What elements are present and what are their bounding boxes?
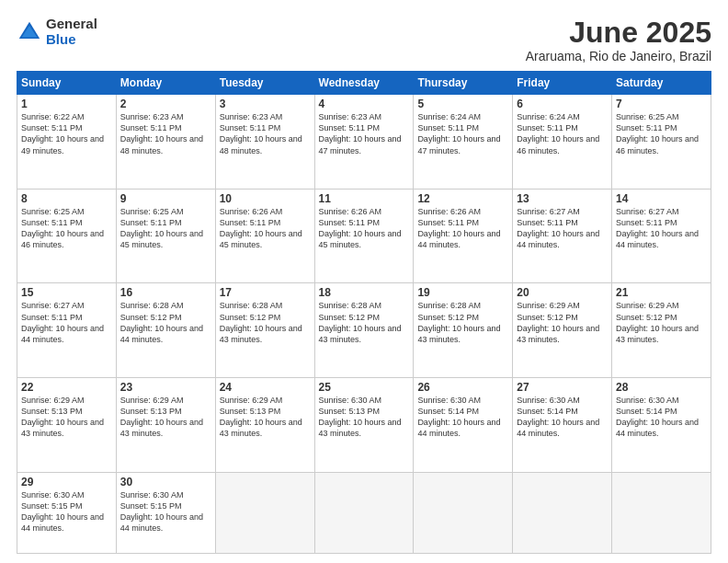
table-row: 30Sunrise: 6:30 AMSunset: 5:15 PMDayligh… <box>116 472 215 553</box>
day-number: 26 <box>417 381 508 394</box>
day-info: Sunrise: 6:24 AMSunset: 5:11 PMDaylight:… <box>517 111 608 156</box>
table-row: 9Sunrise: 6:25 AMSunset: 5:11 PMDaylight… <box>116 189 215 283</box>
day-info: Sunrise: 6:28 AMSunset: 5:12 PMDaylight:… <box>220 300 311 345</box>
header: General Blue June 2025 Araruama, Rio de … <box>17 17 711 63</box>
day-number: 20 <box>517 286 608 299</box>
day-number: 9 <box>120 192 211 205</box>
logo-general-text: General <box>46 17 97 32</box>
day-number: 14 <box>616 192 707 205</box>
day-number: 6 <box>517 98 608 110</box>
day-info: Sunrise: 6:28 AMSunset: 5:12 PMDaylight:… <box>319 300 410 345</box>
table-row: 29Sunrise: 6:30 AMSunset: 5:15 PMDayligh… <box>17 472 117 553</box>
day-info: Sunrise: 6:24 AMSunset: 5:11 PMDaylight:… <box>417 111 508 156</box>
day-number: 10 <box>220 192 311 205</box>
col-thursday: Thursday <box>414 72 513 95</box>
day-number: 3 <box>220 98 311 110</box>
table-row: 12Sunrise: 6:26 AMSunset: 5:11 PMDayligh… <box>414 189 513 283</box>
day-number: 11 <box>319 192 410 205</box>
day-number: 21 <box>616 286 707 299</box>
table-row <box>513 472 612 553</box>
day-number: 23 <box>120 381 211 394</box>
day-number: 19 <box>417 286 508 299</box>
day-info: Sunrise: 6:30 AMSunset: 5:15 PMDaylight:… <box>120 489 211 534</box>
table-row: 19Sunrise: 6:28 AMSunset: 5:12 PMDayligh… <box>414 283 513 378</box>
day-number: 15 <box>21 286 112 299</box>
day-number: 7 <box>616 98 707 110</box>
table-row <box>612 472 711 553</box>
day-number: 18 <box>319 286 410 299</box>
day-info: Sunrise: 6:28 AMSunset: 5:12 PMDaylight:… <box>417 300 508 345</box>
day-info: Sunrise: 6:29 AMSunset: 5:13 PMDaylight:… <box>220 395 311 440</box>
day-info: Sunrise: 6:27 AMSunset: 5:11 PMDaylight:… <box>616 206 707 251</box>
day-info: Sunrise: 6:29 AMSunset: 5:13 PMDaylight:… <box>21 395 112 440</box>
calendar-table: Sunday Monday Tuesday Wednesday Thursday… <box>17 71 711 554</box>
table-row: 23Sunrise: 6:29 AMSunset: 5:13 PMDayligh… <box>116 378 215 473</box>
table-row: 18Sunrise: 6:28 AMSunset: 5:12 PMDayligh… <box>314 283 414 378</box>
day-number: 2 <box>120 98 211 110</box>
day-info: Sunrise: 6:30 AMSunset: 5:15 PMDaylight:… <box>21 489 112 534</box>
page: General Blue June 2025 Araruama, Rio de … <box>0 0 728 563</box>
col-friday: Friday <box>513 72 612 95</box>
day-info: Sunrise: 6:22 AMSunset: 5:11 PMDaylight:… <box>21 111 112 156</box>
table-row: 20Sunrise: 6:29 AMSunset: 5:12 PMDayligh… <box>513 283 612 378</box>
day-info: Sunrise: 6:28 AMSunset: 5:12 PMDaylight:… <box>120 300 211 345</box>
day-number: 28 <box>616 381 707 394</box>
logo-text: General Blue <box>46 17 97 47</box>
table-row: 3Sunrise: 6:23 AMSunset: 5:11 PMDaylight… <box>215 95 314 190</box>
logo-icon <box>17 19 42 45</box>
table-row: 14Sunrise: 6:27 AMSunset: 5:11 PMDayligh… <box>612 189 711 283</box>
day-info: Sunrise: 6:29 AMSunset: 5:13 PMDaylight:… <box>120 395 211 440</box>
day-info: Sunrise: 6:30 AMSunset: 5:14 PMDaylight:… <box>517 395 608 440</box>
table-row <box>414 472 513 553</box>
table-row: 28Sunrise: 6:30 AMSunset: 5:14 PMDayligh… <box>612 378 711 473</box>
table-row: 16Sunrise: 6:28 AMSunset: 5:12 PMDayligh… <box>116 283 215 378</box>
day-number: 4 <box>319 98 410 110</box>
logo: General Blue <box>17 17 97 47</box>
day-number: 24 <box>220 381 311 394</box>
table-row: 4Sunrise: 6:23 AMSunset: 5:11 PMDaylight… <box>314 95 414 190</box>
day-number: 17 <box>220 286 311 299</box>
day-number: 8 <box>21 192 112 205</box>
table-row: 11Sunrise: 6:26 AMSunset: 5:11 PMDayligh… <box>314 189 414 283</box>
day-info: Sunrise: 6:29 AMSunset: 5:12 PMDaylight:… <box>517 300 608 345</box>
day-info: Sunrise: 6:25 AMSunset: 5:11 PMDaylight:… <box>21 206 112 251</box>
table-row: 6Sunrise: 6:24 AMSunset: 5:11 PMDaylight… <box>513 95 612 190</box>
table-row: 22Sunrise: 6:29 AMSunset: 5:13 PMDayligh… <box>17 378 117 473</box>
day-info: Sunrise: 6:25 AMSunset: 5:11 PMDaylight:… <box>616 111 707 156</box>
day-info: Sunrise: 6:26 AMSunset: 5:11 PMDaylight:… <box>220 206 311 251</box>
table-row <box>314 472 414 553</box>
table-row: 8Sunrise: 6:25 AMSunset: 5:11 PMDaylight… <box>17 189 117 283</box>
table-row: 15Sunrise: 6:27 AMSunset: 5:11 PMDayligh… <box>17 283 117 378</box>
day-info: Sunrise: 6:23 AMSunset: 5:11 PMDaylight:… <box>220 111 311 156</box>
table-row: 7Sunrise: 6:25 AMSunset: 5:11 PMDaylight… <box>612 95 711 190</box>
day-number: 30 <box>120 476 211 488</box>
day-number: 22 <box>21 381 112 394</box>
table-row: 21Sunrise: 6:29 AMSunset: 5:12 PMDayligh… <box>612 283 711 378</box>
day-number: 27 <box>517 381 608 394</box>
table-row: 5Sunrise: 6:24 AMSunset: 5:11 PMDaylight… <box>414 95 513 190</box>
day-info: Sunrise: 6:29 AMSunset: 5:12 PMDaylight:… <box>616 300 707 345</box>
day-info: Sunrise: 6:30 AMSunset: 5:14 PMDaylight:… <box>417 395 508 440</box>
table-row: 26Sunrise: 6:30 AMSunset: 5:14 PMDayligh… <box>414 378 513 473</box>
table-row: 10Sunrise: 6:26 AMSunset: 5:11 PMDayligh… <box>215 189 314 283</box>
day-info: Sunrise: 6:26 AMSunset: 5:11 PMDaylight:… <box>417 206 508 251</box>
col-saturday: Saturday <box>612 72 711 95</box>
day-number: 29 <box>21 476 112 488</box>
day-number: 1 <box>21 98 112 110</box>
table-row: 13Sunrise: 6:27 AMSunset: 5:11 PMDayligh… <box>513 189 612 283</box>
table-row: 1Sunrise: 6:22 AMSunset: 5:11 PMDaylight… <box>17 95 117 190</box>
month-title: June 2025 <box>526 17 711 49</box>
location: Araruama, Rio de Janeiro, Brazil <box>526 49 711 63</box>
calendar-header-row: Sunday Monday Tuesday Wednesday Thursday… <box>17 72 711 95</box>
day-info: Sunrise: 6:23 AMSunset: 5:11 PMDaylight:… <box>120 111 211 156</box>
day-info: Sunrise: 6:25 AMSunset: 5:11 PMDaylight:… <box>120 206 211 251</box>
col-wednesday: Wednesday <box>314 72 414 95</box>
day-info: Sunrise: 6:30 AMSunset: 5:13 PMDaylight:… <box>319 395 410 440</box>
day-number: 13 <box>517 192 608 205</box>
table-row: 27Sunrise: 6:30 AMSunset: 5:14 PMDayligh… <box>513 378 612 473</box>
day-info: Sunrise: 6:23 AMSunset: 5:11 PMDaylight:… <box>319 111 410 156</box>
col-monday: Monday <box>116 72 215 95</box>
table-row: 2Sunrise: 6:23 AMSunset: 5:11 PMDaylight… <box>116 95 215 190</box>
table-row: 17Sunrise: 6:28 AMSunset: 5:12 PMDayligh… <box>215 283 314 378</box>
day-info: Sunrise: 6:27 AMSunset: 5:11 PMDaylight:… <box>21 300 112 345</box>
